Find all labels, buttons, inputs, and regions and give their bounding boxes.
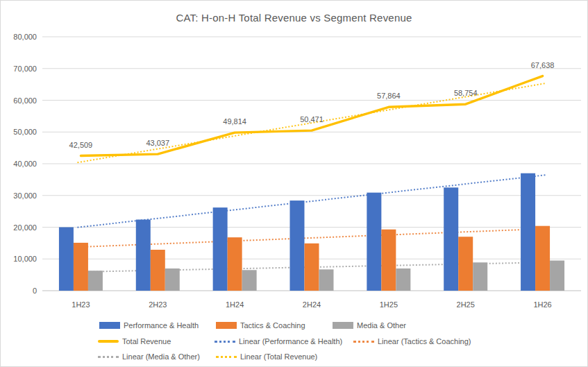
y-axis-tick-label: 30,000 (13, 191, 37, 200)
legend-swatch-bar (333, 322, 353, 329)
bar-performance-health[interactable] (521, 173, 535, 291)
data-label: 42,509 (69, 141, 93, 149)
legend-swatch-bar (99, 322, 120, 329)
legend-item-linear-media-other[interactable]: Linear (Media & Other) (98, 352, 200, 361)
bar-tactics-coaching[interactable] (228, 237, 242, 291)
bar-media-other[interactable] (396, 268, 410, 291)
x-axis-tick-label: 1H25 (380, 300, 398, 309)
y-axis-tick-label: 80,000 (13, 33, 37, 41)
bar-media-other[interactable] (473, 262, 487, 291)
legend-item-tactics-coaching[interactable]: Tactics & Coaching (216, 321, 305, 330)
legend-swatch-bar (216, 322, 237, 329)
x-axis-tick-label: 1H23 (72, 300, 90, 309)
bar-media-other[interactable] (550, 261, 564, 291)
y-axis-tick-label: 0 (33, 287, 37, 295)
legend-item-linear-tactics-coaching[interactable]: Linear (Tactics & Coaching) (353, 336, 471, 346)
bar-tactics-coaching[interactable] (535, 226, 550, 291)
bar-tactics-coaching[interactable] (458, 237, 473, 291)
legend-swatch-dotted (353, 341, 374, 343)
data-label: 49,814 (223, 117, 246, 126)
bar-performance-health[interactable] (444, 187, 458, 291)
legend-swatch-dotted (216, 356, 237, 358)
legend-item-linear-performance-health[interactable]: Linear (Performance & Health) (215, 336, 342, 346)
bar-performance-health[interactable] (290, 200, 305, 291)
x-axis-tick-label: 2H24 (303, 300, 321, 309)
y-axis-tick-label: 20,000 (13, 223, 37, 232)
bar-media-other[interactable] (242, 270, 257, 291)
data-label: 43,037 (146, 139, 169, 147)
legend-item-linear-total-revenue[interactable]: Linear (Total Revenue) (216, 352, 317, 361)
y-axis-tick-label: 50,000 (13, 128, 37, 136)
y-axis-tick-label: 10,000 (13, 255, 37, 263)
legend-label: Media & Other (357, 321, 406, 330)
plot-area: 010,00020,00030,00040,00050,00060,00070,… (1, 1, 588, 367)
legend-item-performance-health[interactable]: Performance & Health (99, 321, 199, 330)
x-axis-tick-label: 2H25 (457, 300, 475, 309)
data-label: 58,754 (454, 89, 478, 97)
data-label: 57,864 (377, 92, 401, 100)
bar-tactics-coaching[interactable] (74, 243, 88, 291)
trendline-linear-performance-health[interactable] (77, 175, 546, 228)
bar-media-other[interactable] (165, 268, 180, 291)
legend-label: Linear (Performance & Health) (239, 337, 342, 345)
x-axis-tick-label: 1H24 (226, 300, 244, 309)
bar-performance-health[interactable] (136, 220, 151, 291)
legend-swatch-dotted (98, 356, 119, 358)
legend-item-total-revenue[interactable]: Total Revenue (98, 336, 171, 346)
chart-container[interactable]: CAT: H-on-H Total Revenue vs Segment Rev… (0, 0, 588, 367)
legend-label: Tactics & Coaching (240, 321, 305, 330)
y-axis-tick-label: 70,000 (13, 65, 37, 73)
bar-performance-health[interactable] (213, 207, 228, 291)
x-axis-tick-label: 1H26 (533, 300, 551, 309)
legend-label: Linear (Tactics & Coaching) (378, 337, 471, 345)
legend-item-media-other[interactable]: Media & Other (333, 321, 406, 330)
legend-label: Total Revenue (122, 337, 171, 345)
y-axis-tick-label: 60,000 (13, 96, 37, 105)
legend-swatch-dotted (215, 341, 235, 343)
bar-performance-health[interactable] (59, 228, 74, 291)
y-axis-tick-label: 40,000 (13, 160, 37, 168)
legend-label: Performance & Health (124, 321, 199, 330)
bar-media-other[interactable] (319, 269, 334, 291)
data-label: 67,638 (531, 61, 555, 69)
bar-tactics-coaching[interactable] (151, 250, 165, 291)
x-axis-tick-label: 2H23 (149, 300, 167, 309)
bar-tactics-coaching[interactable] (305, 244, 319, 291)
bar-media-other[interactable] (88, 271, 103, 291)
bar-tactics-coaching[interactable] (381, 230, 396, 291)
bar-performance-health[interactable] (367, 193, 381, 291)
legend-swatch-line (98, 340, 119, 343)
legend-label: Linear (Total Revenue) (240, 352, 317, 361)
data-label: 50,471 (300, 115, 324, 123)
legend-label: Linear (Media & Other) (122, 352, 200, 361)
